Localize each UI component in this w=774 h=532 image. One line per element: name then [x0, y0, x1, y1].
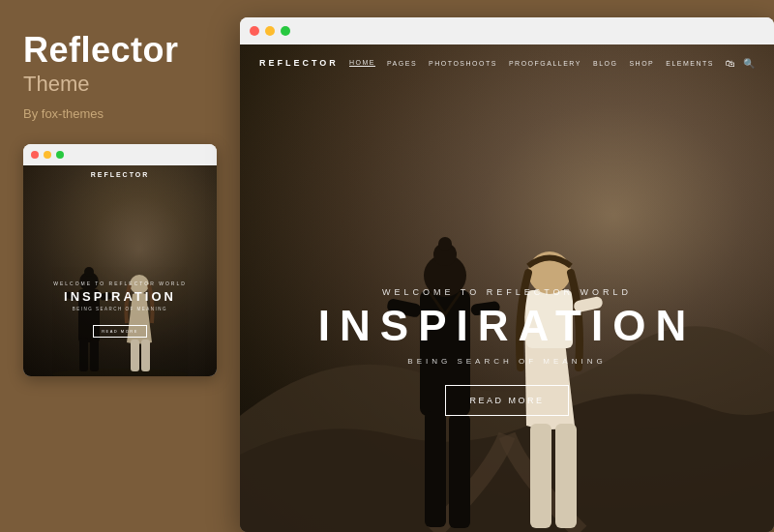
mini-cta-label: READ MORE — [93, 325, 147, 338]
theme-subtitle: Theme — [23, 72, 217, 97]
svg-rect-9 — [131, 340, 139, 371]
main-tagline-text: BEING SEARCH OF MEANING — [240, 357, 774, 366]
mini-hero-text-block: WELCOME TO REFLECTOR WORLD INSPIRATION B… — [23, 281, 217, 338]
svg-point-3 — [84, 267, 94, 277]
mini-browser-viewport: REFLECTOR WELCOME TO REFLECTOR WORLD INS… — [23, 165, 217, 376]
nav-link-photoshoots[interactable]: PHOTOSHOOTS — [429, 60, 497, 67]
main-maximize-dot[interactable] — [281, 26, 290, 36]
svg-point-0 — [52, 369, 188, 376]
mini-tagline-text: BEING SEARCH OF MEANING — [31, 307, 209, 311]
mini-browser-card: REFLECTOR WELCOME TO REFLECTOR WORLD INS… — [23, 144, 217, 376]
main-inspiration-text: INSPIRATION — [240, 305, 774, 347]
theme-author: By fox-themes — [23, 106, 217, 121]
cart-icon[interactable]: 🛍 — [726, 58, 735, 69]
svg-rect-4 — [79, 338, 88, 371]
left-panel: Reflector Theme By fox-themes — [0, 0, 240, 532]
main-navbar: REFLECTOR HOME PAGES PHOTOSHOOTS PROOFGA… — [240, 44, 774, 81]
main-browser-titlebar — [240, 17, 774, 44]
main-minimize-dot[interactable] — [265, 26, 275, 36]
main-welcome-text: WELCOME TO REFLECTOR WORLD — [240, 287, 774, 297]
main-close-dot[interactable] — [250, 26, 259, 36]
main-cta-button[interactable]: READ MORE — [445, 385, 568, 416]
mini-browser-titlebar — [23, 144, 217, 165]
search-icon[interactable]: 🔍 — [743, 58, 755, 69]
mini-welcome-text: WELCOME TO REFLECTOR WORLD — [31, 281, 209, 286]
mini-logo: REFLECTOR — [91, 171, 150, 178]
main-hero-text-block: WELCOME TO REFLECTOR WORLD INSPIRATION B… — [240, 287, 774, 416]
nav-link-elements[interactable]: ELEMENTS — [666, 60, 714, 67]
svg-rect-21 — [530, 424, 551, 528]
nav-link-proofgallery[interactable]: PROOFGALLERY — [509, 60, 581, 67]
mini-minimize-dot — [44, 151, 51, 159]
mini-nav: REFLECTOR — [23, 171, 217, 178]
mini-cta-button[interactable]: READ MORE — [31, 319, 209, 338]
main-cta-label: READ MORE — [469, 396, 544, 405]
main-nav-icons: 🛍 🔍 — [726, 58, 755, 69]
svg-rect-5 — [90, 340, 99, 371]
nav-link-shop[interactable]: SHOP — [629, 60, 654, 67]
svg-rect-22 — [555, 424, 577, 528]
svg-rect-10 — [141, 340, 150, 371]
main-nav-links: HOME PAGES PHOTOSHOOTS PROOFGALLERY BLOG… — [349, 59, 714, 67]
nav-link-home[interactable]: HOME — [349, 59, 375, 67]
nav-link-blog[interactable]: BLOG — [593, 60, 617, 67]
theme-title: Reflector — [23, 31, 217, 70]
nav-link-pages[interactable]: PAGES — [387, 60, 417, 67]
main-nav-logo: REFLECTOR — [259, 58, 339, 68]
mini-close-dot — [31, 151, 39, 159]
mini-inspiration-text: INSPIRATION — [31, 290, 209, 303]
main-browser-window: REFLECTOR HOME PAGES PHOTOSHOOTS PROOFGA… — [240, 17, 774, 532]
main-browser-viewport: REFLECTOR HOME PAGES PHOTOSHOOTS PROOFGA… — [240, 44, 774, 532]
svg-rect-15 — [425, 411, 446, 527]
svg-rect-16 — [449, 414, 470, 528]
svg-point-14 — [438, 237, 452, 251]
mini-maximize-dot — [56, 151, 64, 159]
